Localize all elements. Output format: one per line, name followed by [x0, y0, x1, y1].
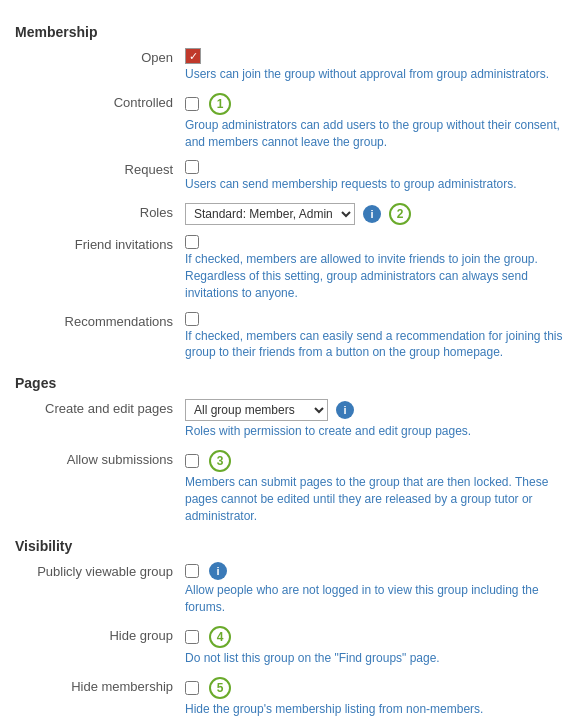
hide-group-badge: 4 [209, 626, 231, 648]
open-description: Users can join the group without approva… [185, 66, 572, 83]
recommendations-label: Recommendations [15, 312, 185, 329]
publicly-viewable-checkbox[interactable] [185, 564, 199, 578]
hide-membership-control: 5 Hide the group's membership listing fr… [185, 677, 572, 718]
open-row: Open ✓ Users can join the group without … [15, 48, 572, 83]
roles-control: Standard: Member, Admin Standard: Member… [185, 203, 572, 225]
open-control: ✓ Users can join the group without appro… [185, 48, 572, 83]
pages-title: Pages [15, 375, 572, 391]
controlled-control: 1 Group administrators can add users to … [185, 93, 572, 151]
hide-membership-checkbox[interactable] [185, 681, 199, 695]
request-description: Users can send membership requests to gr… [185, 176, 572, 193]
publicly-viewable-description: Allow people who are not logged in to vi… [185, 582, 572, 616]
friend-invitations-label: Friend invitations [15, 235, 185, 252]
open-checkbox-checked[interactable]: ✓ [185, 48, 201, 64]
hide-group-description: Do not list this group on the "Find grou… [185, 650, 572, 667]
visibility-section: Visibility Publicly viewable group i All… [15, 538, 572, 720]
allow-submissions-control: 3 Members can submit pages to the group … [185, 450, 572, 524]
publicly-viewable-info-icon[interactable]: i [209, 562, 227, 580]
publicly-viewable-row: Publicly viewable group i Allow people w… [15, 562, 572, 616]
hide-membership-badge: 5 [209, 677, 231, 699]
controlled-description: Group administrators can add users to th… [185, 117, 572, 151]
controlled-badge: 1 [209, 93, 231, 115]
roles-label: Roles [15, 203, 185, 220]
publicly-viewable-label: Publicly viewable group [15, 562, 185, 579]
friend-invitations-row: Friend invitations If checked, members a… [15, 235, 572, 301]
recommendations-row: Recommendations If checked, members can … [15, 312, 572, 362]
create-edit-pages-description: Roles with permission to create and edit… [185, 423, 572, 440]
hide-membership-description: Hide the group's membership listing from… [185, 701, 572, 718]
pages-section: Pages Create and edit pages All group me… [15, 375, 572, 524]
create-edit-pages-label: Create and edit pages [15, 399, 185, 416]
open-label: Open [15, 48, 185, 65]
roles-badge: 2 [389, 203, 411, 225]
hide-membership-row: Hide membership 5 Hide the group's membe… [15, 677, 572, 718]
create-edit-pages-row: Create and edit pages All group members … [15, 399, 572, 440]
request-checkbox[interactable] [185, 160, 199, 174]
controlled-label: Controlled [15, 93, 185, 110]
request-label: Request [15, 160, 185, 177]
membership-section: Membership Open ✓ Users can join the gro… [15, 24, 572, 361]
visibility-title: Visibility [15, 538, 572, 554]
create-edit-pages-select[interactable]: All group members Group administrators A… [185, 399, 328, 421]
request-row: Request Users can send membership reques… [15, 160, 572, 193]
controlled-row: Controlled 1 Group administrators can ad… [15, 93, 572, 151]
membership-title: Membership [15, 24, 572, 40]
recommendations-control: If checked, members can easily send a re… [185, 312, 572, 362]
create-edit-pages-info-icon[interactable]: i [336, 401, 354, 419]
controlled-checkbox[interactable] [185, 97, 199, 111]
allow-submissions-description: Members can submit pages to the group th… [185, 474, 572, 524]
allow-submissions-checkbox[interactable] [185, 454, 199, 468]
allow-submissions-label: Allow submissions [15, 450, 185, 467]
hide-group-label: Hide group [15, 626, 185, 643]
allow-submissions-badge: 3 [209, 450, 231, 472]
hide-group-checkbox[interactable] [185, 630, 199, 644]
create-edit-pages-control: All group members Group administrators A… [185, 399, 572, 440]
friend-invitations-checkbox[interactable] [185, 235, 199, 249]
recommendations-description: If checked, members can easily send a re… [185, 328, 572, 362]
roles-info-icon[interactable]: i [363, 205, 381, 223]
hide-membership-label: Hide membership [15, 677, 185, 694]
hide-group-control: 4 Do not list this group on the "Find gr… [185, 626, 572, 667]
friend-invitations-description: If checked, members are allowed to invit… [185, 251, 572, 301]
request-control: Users can send membership requests to gr… [185, 160, 572, 193]
allow-submissions-row: Allow submissions 3 Members can submit p… [15, 450, 572, 524]
friend-invitations-control: If checked, members are allowed to invit… [185, 235, 572, 301]
publicly-viewable-control: i Allow people who are not logged in to … [185, 562, 572, 616]
hide-group-row: Hide group 4 Do not list this group on t… [15, 626, 572, 667]
roles-row: Roles Standard: Member, Admin Standard: … [15, 203, 572, 225]
recommendations-checkbox[interactable] [185, 312, 199, 326]
roles-select[interactable]: Standard: Member, Admin Standard: Member… [185, 203, 355, 225]
